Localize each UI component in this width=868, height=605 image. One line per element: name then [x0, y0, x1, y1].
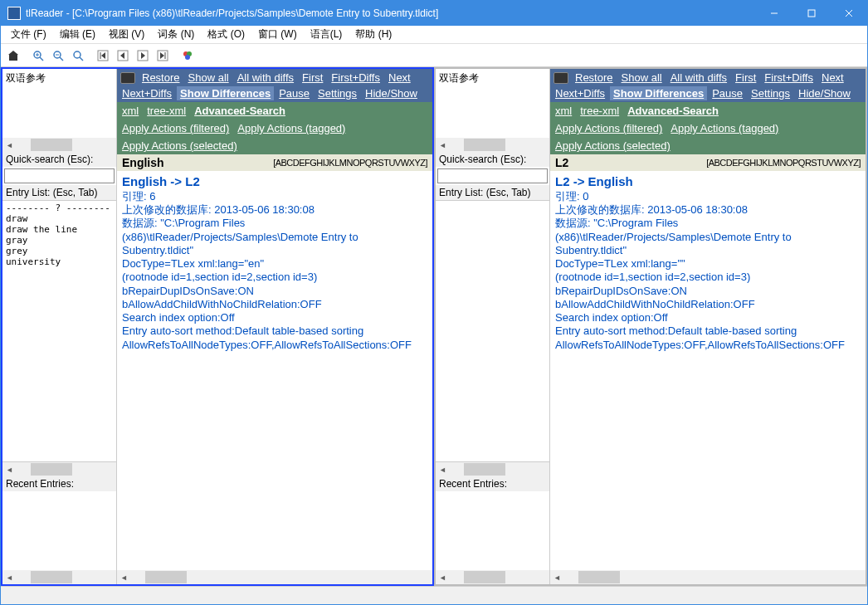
- list-item[interactable]: gray: [4, 235, 115, 246]
- camera-icon[interactable]: [120, 72, 135, 84]
- detail-row: (rootnode id=1,section id=2,section id=3…: [555, 271, 861, 284]
- restore-button[interactable]: Restore: [139, 71, 183, 85]
- hscroll[interactable]: ◄: [436, 138, 549, 152]
- pause-button[interactable]: Pause: [709, 86, 746, 100]
- hscroll[interactable]: ◄: [436, 462, 549, 476]
- treexml-button[interactable]: tree-xml: [577, 104, 622, 118]
- list-item[interactable]: university: [4, 256, 115, 267]
- showdiffs-button[interactable]: Show Differences: [610, 86, 707, 100]
- zoom-reset-icon[interactable]: [69, 46, 87, 65]
- detail-row: bRepairDupIDsOnSave:ON: [555, 285, 861, 298]
- allwithdiffs-button[interactable]: All with diffs: [667, 71, 730, 85]
- treexml-button[interactable]: tree-xml: [144, 104, 189, 118]
- nav-last-icon[interactable]: [154, 46, 172, 65]
- apply-selected-button[interactable]: Apply Actions (selected): [552, 139, 674, 153]
- next-button[interactable]: Next: [385, 71, 414, 85]
- close-button[interactable]: [830, 1, 867, 26]
- window-title: tlReader - [C:\Program Files (x86)\tlRea…: [26, 7, 438, 19]
- detail-row: Search index option:Off: [555, 311, 861, 324]
- alphabet-nav[interactable]: [ABCDEFGHIJKLMNOPQRSTUVWXYZ]: [273, 158, 427, 168]
- entry-list[interactable]: -------- ? -------- draw draw the line g…: [2, 200, 116, 462]
- advsearch-button[interactable]: Advanced-Search: [191, 104, 289, 118]
- apply-selected-button[interactable]: Apply Actions (selected): [119, 139, 241, 153]
- hideshow-button[interactable]: Hide/Show: [362, 86, 421, 100]
- maximize-button[interactable]: [792, 1, 830, 26]
- hscroll[interactable]: ◄: [117, 570, 432, 584]
- action-bar-blue: Restore Show all All with diffs First Fi…: [117, 69, 432, 102]
- apply-filtered-button[interactable]: Apply Actions (filtered): [119, 121, 232, 135]
- nav-next-icon[interactable]: [134, 46, 152, 65]
- quicksearch-input[interactable]: [437, 168, 548, 183]
- lang-name: L2: [555, 156, 568, 169]
- svg-line-11: [60, 57, 63, 61]
- nextdiffs-button[interactable]: Next+Diffs: [119, 86, 175, 100]
- menu-help[interactable]: 帮助 (H): [349, 26, 398, 43]
- first-button[interactable]: First: [299, 71, 326, 85]
- recent-label: Recent Entries:: [436, 476, 549, 491]
- advsearch-button[interactable]: Advanced-Search: [624, 104, 722, 118]
- restore-button[interactable]: Restore: [572, 71, 617, 85]
- detail-row: 引理: 0: [555, 190, 861, 203]
- hscroll[interactable]: ◄: [550, 570, 866, 584]
- xml-button[interactable]: xml: [552, 104, 575, 118]
- apply-tagged-button[interactable]: Apply Actions (tagged): [234, 121, 349, 135]
- menu-entry[interactable]: 词条 (N): [151, 26, 201, 43]
- detail-row: 数据源: "C:\Program Files (x86)\tlReader/Pr…: [555, 217, 861, 257]
- menu-edit[interactable]: 编辑 (E): [53, 26, 102, 43]
- zoom-in-icon[interactable]: [29, 46, 47, 65]
- recent-list[interactable]: [436, 491, 549, 570]
- list-item[interactable]: draw: [4, 213, 115, 224]
- svg-marker-19: [120, 52, 124, 59]
- showall-button[interactable]: Show all: [618, 71, 666, 85]
- bilingual-ref-label: 双语参考: [436, 69, 549, 88]
- next-button[interactable]: Next: [818, 71, 847, 85]
- hscroll[interactable]: ◄: [2, 138, 116, 152]
- alphabet-nav[interactable]: [ABCDEFGHIJKLMNOPQRSTUVWXYZ]: [706, 158, 861, 168]
- apply-filtered-button[interactable]: Apply Actions (filtered): [552, 121, 666, 135]
- hscroll[interactable]: ◄: [2, 570, 116, 584]
- list-item[interactable]: grey: [4, 246, 115, 256]
- settings-button[interactable]: Settings: [748, 86, 793, 100]
- recent-list[interactable]: [2, 491, 116, 570]
- statusbar: [1, 586, 867, 604]
- detail-panel[interactable]: L2 -> English 引理: 0 上次修改的数据库: 2013-05-06…: [550, 171, 866, 570]
- menu-window[interactable]: 窗口 (W): [251, 26, 304, 43]
- quicksearch-input[interactable]: [4, 168, 115, 183]
- hscroll[interactable]: ◄: [436, 570, 549, 584]
- titlebar[interactable]: tlReader - [C:\Program Files (x86)\tlRea…: [1, 1, 867, 26]
- list-item[interactable]: draw the line: [4, 224, 115, 235]
- entrylist-label: Entry List: (Esc, Tab): [436, 185, 549, 200]
- entry-list[interactable]: [436, 200, 549, 462]
- pause-button[interactable]: Pause: [276, 86, 313, 100]
- menu-language[interactable]: 语言(L): [304, 26, 349, 43]
- showdiffs-button[interactable]: Show Differences: [177, 86, 274, 100]
- zoom-out-icon[interactable]: [49, 46, 67, 65]
- firstdiffs-button[interactable]: First+Diffs: [328, 71, 383, 85]
- home-icon[interactable]: [4, 46, 22, 65]
- detail-row: Search index option:Off: [122, 311, 427, 324]
- minimize-button[interactable]: [755, 1, 792, 26]
- apply-tagged-button[interactable]: Apply Actions (tagged): [667, 121, 782, 135]
- menu-view[interactable]: 视图 (V): [102, 26, 151, 43]
- detail-row: AllowRefsToAllNodeTypes:OFF,AllowRefsToA…: [555, 339, 861, 352]
- menu-format[interactable]: 格式 (O): [201, 26, 251, 43]
- camera-icon[interactable]: [553, 72, 568, 84]
- action-bar-blue: Restore Show all All with diffs First Fi…: [550, 69, 866, 102]
- settings-button[interactable]: Settings: [315, 86, 360, 100]
- first-button[interactable]: First: [732, 71, 759, 85]
- allwithdiffs-button[interactable]: All with diffs: [234, 71, 297, 85]
- xml-button[interactable]: xml: [119, 104, 142, 118]
- firstdiffs-button[interactable]: First+Diffs: [761, 71, 817, 85]
- nav-first-icon[interactable]: [94, 46, 112, 65]
- showall-button[interactable]: Show all: [185, 71, 232, 85]
- toolbar: [1, 44, 867, 67]
- detail-row: AllowRefsToAllNodeTypes:OFF,AllowRefsToA…: [122, 339, 427, 352]
- list-item[interactable]: -------- ? --------: [4, 202, 115, 213]
- hideshow-button[interactable]: Hide/Show: [795, 86, 854, 100]
- hscroll[interactable]: ◄: [2, 462, 116, 476]
- nextdiffs-button[interactable]: Next+Diffs: [552, 86, 608, 100]
- nav-prev-icon[interactable]: [114, 46, 132, 65]
- color-picker-icon[interactable]: [178, 46, 197, 65]
- detail-panel[interactable]: English -> L2 引理: 6 上次修改的数据库: 2013-05-06…: [117, 171, 432, 570]
- menu-file[interactable]: 文件 (F): [4, 26, 53, 43]
